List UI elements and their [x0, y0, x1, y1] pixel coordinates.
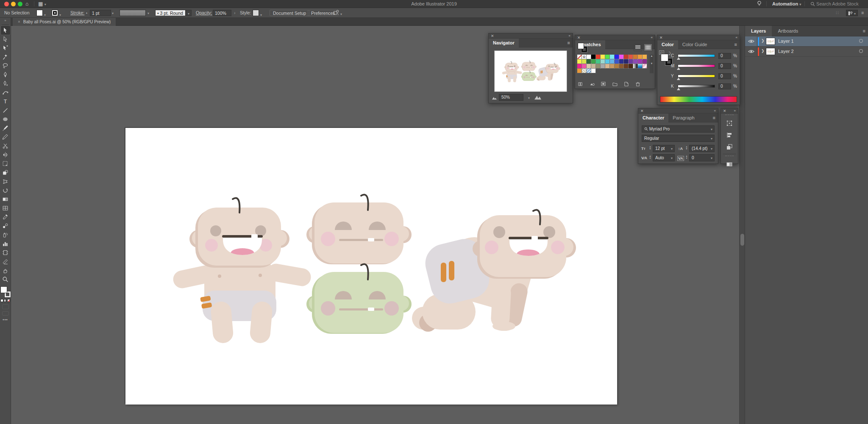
swatch[interactable]	[605, 64, 609, 68]
navigator-preview[interactable]	[494, 50, 567, 92]
magic-wand-tool[interactable]	[1, 53, 10, 61]
stroke-link[interactable]: Stroke:	[70, 10, 84, 16]
document-setup-button[interactable]: Document Setup	[270, 10, 309, 16]
tab-character[interactable]: Character	[638, 114, 668, 122]
swatch[interactable]	[629, 59, 633, 64]
swatch[interactable]	[624, 59, 628, 64]
swatch-pat-blue[interactable]	[587, 69, 591, 73]
swatch-registration[interactable]: ⊕	[582, 55, 586, 59]
direct-selection-tool[interactable]	[1, 35, 10, 44]
swatch[interactable]	[615, 64, 619, 68]
drag-handle[interactable]	[725, 114, 734, 116]
tab-color[interactable]: Color	[657, 40, 678, 49]
swatch-pat-light[interactable]	[582, 69, 586, 73]
layer-name[interactable]: Layer 2	[778, 49, 794, 54]
kerning-stepper[interactable]: ▲▼	[648, 155, 652, 159]
panel-menu-icon[interactable]: ≡	[863, 28, 865, 33]
swatch[interactable]	[601, 55, 605, 59]
expand-icon[interactable]: »	[734, 108, 736, 114]
swatch[interactable]	[596, 64, 600, 68]
swatch-libraries-icon[interactable]	[578, 80, 583, 88]
layer-row[interactable]: ❯Layer 1	[745, 36, 868, 47]
slider-thumb[interactable]	[677, 67, 680, 70]
swatch[interactable]	[591, 69, 595, 73]
font-family-field[interactable]: Myriad Pro ▾	[642, 125, 715, 133]
perspective-grid-tool[interactable]	[1, 177, 10, 186]
group-selection-tool[interactable]	[1, 44, 10, 53]
new-color-group-icon[interactable]	[612, 80, 618, 88]
brush-definition[interactable]: • 3 pt. Round	[155, 10, 186, 16]
swatch[interactable]	[633, 55, 637, 59]
tab-color-guide[interactable]: Color Guide	[678, 40, 712, 49]
swatch-scrollbar[interactable]: ▲▼	[650, 55, 654, 73]
slider-thumb[interactable]	[677, 88, 680, 90]
channel-value-field[interactable]: 0	[718, 53, 731, 59]
curvature-tool[interactable]	[1, 88, 10, 97]
swatch[interactable]	[591, 55, 595, 59]
fill-proxy[interactable]	[661, 54, 668, 61]
screen-mode-button[interactable]	[2, 311, 9, 316]
swatch[interactable]	[605, 55, 609, 59]
free-transform-tool[interactable]	[1, 159, 10, 168]
drawing-modes-button[interactable]	[2, 304, 9, 309]
tab-close-icon[interactable]: ×	[18, 19, 20, 24]
close-icon[interactable]: ✕	[640, 108, 644, 114]
color-mode-color[interactable]	[0, 299, 3, 302]
toolbar-expand-icon[interactable]: »	[0, 18, 11, 25]
swatch[interactable]	[601, 64, 605, 68]
selection-tool[interactable]	[1, 26, 10, 35]
swatch[interactable]	[643, 55, 647, 59]
hand-tool[interactable]	[1, 266, 10, 275]
tab-paragraph[interactable]: Paragraph	[668, 114, 698, 122]
swatch[interactable]	[619, 55, 623, 59]
zoom-tool[interactable]	[1, 275, 10, 284]
paintbrush-tool[interactable]	[1, 124, 10, 133]
channel-slider[interactable]	[678, 85, 715, 88]
swatch[interactable]	[587, 55, 591, 59]
profile-chevron[interactable]: ▾	[147, 10, 149, 16]
slider-thumb[interactable]	[677, 78, 680, 80]
kerning-field[interactable]: Auto▾	[653, 154, 675, 161]
font-size-stepper[interactable]: ▲▼	[648, 146, 652, 150]
swatch[interactable]	[577, 64, 581, 68]
lasso-tool[interactable]	[1, 61, 10, 70]
swatch[interactable]	[601, 59, 605, 64]
collapse-icon[interactable]: «	[736, 35, 737, 40]
color-mode-none[interactable]	[7, 299, 10, 302]
symbol-sprayer-tool[interactable]	[1, 230, 10, 239]
type-tool[interactable]: T	[1, 97, 10, 106]
chevron-down-icon[interactable]: ▾	[711, 126, 712, 133]
swatch-grad-pink[interactable]	[643, 64, 647, 68]
gradient-panel-icon[interactable]	[724, 159, 735, 169]
swatch[interactable]	[624, 64, 628, 68]
close-icon[interactable]: ✕	[491, 33, 494, 39]
adobe-stock-search[interactable]: Search Adobe Stock	[810, 1, 859, 6]
swatch-options-icon[interactable]	[601, 80, 606, 88]
opacity-more-arrow[interactable]: ›	[234, 10, 236, 16]
swatch[interactable]	[629, 64, 633, 68]
swatch-none[interactable]	[577, 55, 581, 59]
collapse-icon[interactable]: «	[651, 35, 653, 40]
workspace-switcher[interactable]: Automation ▾	[772, 1, 801, 6]
fill-proxy[interactable]	[578, 43, 584, 49]
panel-menu-icon[interactable]: ≡	[713, 115, 715, 120]
layer-target-circle[interactable]	[859, 49, 863, 53]
channel-slider[interactable]	[678, 64, 715, 67]
swatch[interactable]	[610, 55, 614, 59]
swatch[interactable]	[643, 59, 647, 64]
layer-thumbnail[interactable]	[766, 48, 775, 55]
font-style-field[interactable]: Regular ▾	[642, 135, 715, 142]
expand-chevron-icon[interactable]: ❯	[761, 39, 765, 43]
opacity-link[interactable]: Opacity:	[196, 10, 212, 16]
recolor-artwork-icon[interactable]: ▾	[333, 10, 342, 16]
layer-name[interactable]: Layer 1	[778, 39, 794, 44]
collapse-icon[interactable]: «	[569, 33, 570, 39]
panel-menu-icon[interactable]: ≡	[568, 40, 570, 45]
scissors-tool[interactable]	[1, 141, 10, 150]
font-size-field[interactable]: 12 pt▾	[653, 145, 675, 152]
mesh-tool[interactable]	[1, 204, 10, 213]
eyedropper-tool[interactable]	[1, 213, 10, 222]
ellipse-tool[interactable]	[1, 115, 10, 124]
tab-artboards[interactable]: Artboards	[772, 26, 804, 36]
slider-thumb[interactable]	[677, 57, 680, 60]
